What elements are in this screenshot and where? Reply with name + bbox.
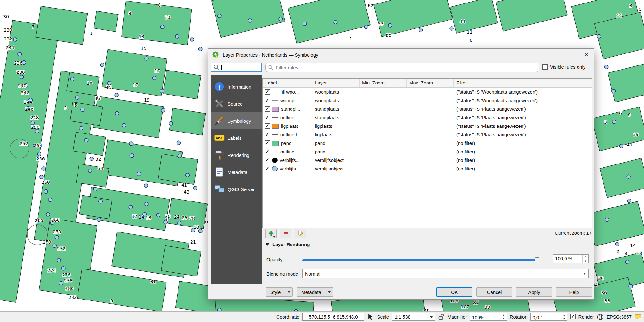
spin-up-icon[interactable]: ▲ (583, 255, 588, 259)
sidebar-item-labels[interactable]: abcLabels (211, 129, 262, 146)
rule-visibility-checkbox[interactable] (265, 158, 270, 163)
header-filter[interactable]: Filter (454, 79, 592, 87)
cursor-position-icon[interactable] (367, 313, 374, 320)
scale-select[interactable]: 1:1.538 (392, 313, 435, 321)
sidebar-item-information[interactable]: iInformation (211, 78, 262, 95)
sidebar-item-rendering[interactable]: Rendering (211, 146, 262, 164)
rule-row[interactable]: pandpand(no filter) (263, 139, 592, 147)
spin-down-icon[interactable]: ▼ (583, 259, 588, 263)
dropdown-arrow-icon (273, 236, 276, 238)
rule-row[interactable]: woonpl...woonplaats("status" IS 'Woonpla… (263, 96, 592, 105)
address-point (99, 200, 103, 203)
house-number-label: 21 (190, 239, 196, 245)
ok-button[interactable]: OK (436, 287, 472, 297)
edit-rule-icon (298, 230, 304, 237)
rule-filter: ("status" IS 'Plaats aangewezen') (454, 115, 592, 120)
magnifier-spinbox[interactable]: 100% ▲▼ (470, 313, 507, 321)
lock-icon[interactable] (438, 313, 445, 320)
visible-rules-only-checkbox[interactable] (542, 64, 548, 70)
rule-visibility-checkbox[interactable] (265, 166, 270, 171)
rule-visibility-checkbox[interactable] (265, 115, 270, 120)
rule-visibility-checkbox[interactable] (265, 98, 270, 103)
rule-label: pand (281, 140, 291, 146)
address-point (129, 142, 133, 146)
remove-rule-button[interactable] (280, 229, 291, 238)
metadata-dropdown-icon[interactable] (326, 287, 333, 297)
rule-row[interactable]: verblijfs...verblijfsobject(no filter) (263, 156, 592, 164)
rule-layer: woonplaats (312, 98, 360, 103)
rule-row[interactable]: outline ...standplaats("status" IS 'Plaa… (263, 113, 592, 122)
filter-rules-input[interactable] (275, 65, 536, 71)
rule-visibility-checkbox[interactable] (265, 106, 270, 112)
spin-down-icon[interactable]: ▼ (501, 317, 507, 320)
style-dropdown-icon[interactable] (285, 287, 293, 297)
render-checkbox[interactable] (570, 314, 576, 319)
svg-text:abc: abc (216, 136, 223, 140)
rule-filter: ("status" IS 'Woonplaats aangewezen') (454, 89, 592, 95)
rotation-spinbox[interactable]: 0,0 ° ▲▼ (530, 313, 567, 321)
apply-button[interactable]: Apply (516, 287, 552, 297)
rule-visibility-checkbox[interactable] (265, 149, 270, 154)
rule-visibility-checkbox[interactable] (265, 123, 270, 129)
rule-visibility-checkbox[interactable] (265, 89, 270, 95)
header-layer[interactable]: Layer (312, 79, 360, 87)
blending-mode-label: Blending mode (266, 271, 298, 276)
cancel-button[interactable]: Cancel (476, 287, 512, 297)
header-max-zoom[interactable]: Max. Zoom (407, 79, 454, 87)
globe-icon[interactable] (597, 313, 604, 320)
rule-row[interactable]: outline ...pand(no filter) (263, 147, 592, 156)
blending-mode-select[interactable]: Normal (302, 269, 589, 278)
house-number-label: 274 (47, 268, 56, 273)
house-number-label: 55 (386, 33, 391, 38)
rule-row[interactable]: outline l...ligplaats("status" IS 'Plaat… (263, 130, 592, 139)
rule-row[interactable]: verblijfs...verblijfsobject(no filter) (263, 164, 592, 173)
rule-filter: (no filter) (454, 166, 592, 171)
visible-rules-only-label: Visible rules only (550, 64, 585, 70)
opacity-slider-handle[interactable] (535, 257, 539, 263)
address-point (217, 14, 221, 18)
sidebar-item-source[interactable]: Source (211, 95, 262, 112)
dialog-titlebar[interactable]: Layer Properties - Netherlands — Symbolo… (208, 49, 594, 61)
house-number-label: 9 (128, 11, 131, 16)
rule-actions (265, 229, 306, 238)
header-label[interactable]: Label (263, 79, 312, 87)
house-number-label: 9 (110, 298, 113, 303)
house-number-label: 14 (139, 214, 144, 220)
messages-icon[interactable] (635, 313, 641, 320)
opacity-slider[interactable] (302, 257, 539, 263)
rule-visibility-checkbox[interactable] (265, 132, 270, 137)
add-rule-button[interactable] (265, 229, 277, 238)
help-button[interactable]: Help (556, 287, 592, 297)
house-number-label: 41 (627, 142, 633, 147)
rule-row[interactable]: standpl...standplaats("status" IS 'Plaat… (263, 105, 592, 113)
scale-value: 1:1.538 (392, 314, 428, 319)
opacity-spinbox[interactable]: 100,0 % ▲▼ (553, 254, 589, 263)
header-min-zoom[interactable]: Min. Zoom (360, 79, 407, 87)
sidebar-item-qgis-server[interactable]: QGIS Server (211, 181, 262, 198)
sidebar-item-symbology[interactable]: Symbology (211, 112, 262, 129)
sidebar-item-label: Labels (228, 135, 241, 141)
layer-rendering-toggle[interactable]: Layer Rendering (265, 242, 310, 247)
rule-row[interactable]: fill woo...woonplaats("status" IS 'Woonp… (263, 88, 592, 96)
address-point (161, 108, 165, 112)
house-number-label: 270 (43, 239, 51, 245)
sidebar-item-metadata[interactable]: Metadata (211, 164, 262, 181)
rule-row[interactable]: ligplaatsligplaats("status" IS 'Plaats a… (263, 122, 592, 130)
spin-up-icon[interactable]: ▲ (501, 313, 507, 317)
rule-visibility-checkbox[interactable] (265, 140, 270, 146)
address-point (81, 108, 84, 112)
address-point (605, 218, 609, 222)
rule-symbol-swatch (272, 90, 278, 94)
metadata-button[interactable]: Metadata (297, 287, 326, 297)
filter-rules-field[interactable] (265, 63, 539, 72)
spin-down-icon[interactable]: ▼ (561, 317, 567, 320)
option-search-input[interactable] (211, 63, 262, 72)
rule-table[interactable]: Label Layer Min. Zoom Max. Zoom Filter f… (262, 78, 592, 228)
close-icon[interactable]: × (582, 51, 590, 58)
spin-up-icon[interactable]: ▲ (561, 313, 567, 317)
style-button[interactable]: Style (266, 287, 285, 297)
status-bar: Coordinate 570.125,5 6.815.948,0 Scale 1… (0, 311, 644, 322)
coordinate-input[interactable]: 570.125,5 6.815.948,0 (302, 313, 364, 321)
edit-rule-button[interactable] (295, 229, 306, 238)
crs-indicator[interactable]: EPSG:3857 (607, 314, 632, 319)
